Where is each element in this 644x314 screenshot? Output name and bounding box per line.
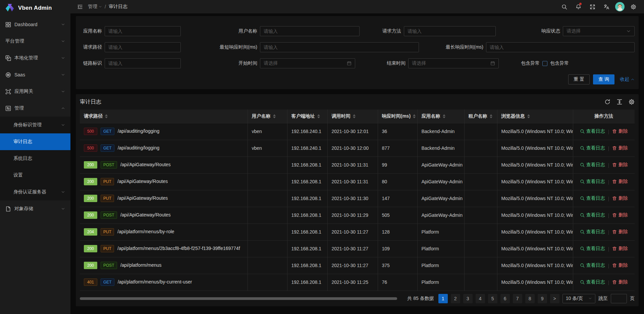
page-button-2[interactable]: 2 — [451, 294, 460, 303]
jump-page-input[interactable] — [611, 294, 627, 303]
sort-icon[interactable] — [353, 114, 356, 118]
next-page-button[interactable]: > — [550, 294, 559, 303]
page-button-5[interactable]: 5 — [488, 294, 497, 303]
cell-user-name — [248, 190, 287, 207]
column-header-用户名称[interactable]: 用户名称 — [248, 110, 287, 123]
avatar[interactable] — [614, 1, 625, 13]
delete-button[interactable]: 删除 — [612, 128, 628, 134]
min-response-time-input[interactable] — [260, 42, 419, 52]
cell-request-path: 200PUT/api/platform/menus/2b3accf8-4fb8-… — [80, 240, 248, 257]
max-response-time-input[interactable] — [486, 42, 635, 52]
sidebar-item-对象存储[interactable]: 对象存储 — [0, 200, 70, 217]
view-log-button[interactable]: 查看日志 — [580, 128, 605, 134]
pagination-pages: 123456789> — [438, 294, 559, 303]
method-badge: GET — [101, 128, 114, 135]
page-size-select[interactable]: 10 条/页 — [562, 294, 595, 303]
breadcrumb-parent[interactable]: 管理 — [88, 4, 102, 10]
horizontal-scrollbar[interactable] — [80, 297, 397, 300]
view-log-button[interactable]: 查看日志 — [580, 229, 605, 235]
sidebar-item-系统日志[interactable]: 系统日志 — [0, 150, 70, 167]
http-status-select[interactable]: 请选择 — [563, 26, 635, 36]
sidebar-item-审计日志[interactable]: 审计日志 — [0, 133, 70, 150]
sidebar-item-身份标识管理[interactable]: 身份标识管理 — [0, 117, 70, 133]
page-button-3[interactable]: 3 — [463, 294, 473, 303]
sidebar-item-本地化管理[interactable]: 本地化管理 — [0, 50, 70, 66]
start-time-picker[interactable]: 请选择 — [260, 58, 355, 68]
search-form: 应用名称 用户名称 请求方法 响应状态 请选择 请求路径 最短响应时间(ms) — [76, 16, 639, 89]
bell-icon[interactable] — [572, 1, 584, 13]
trace-id-input[interactable] — [105, 58, 181, 68]
view-log-button[interactable]: 查看日志 — [580, 162, 605, 168]
cell-response-time: 76 — [378, 274, 417, 291]
reset-button[interactable]: 重 置 — [568, 74, 590, 84]
sort-icon[interactable] — [527, 114, 530, 118]
column-header-租户名称[interactable]: 租户名称 — [464, 110, 497, 123]
delete-button[interactable]: 删除 — [612, 145, 628, 151]
fullscreen-icon[interactable] — [586, 1, 598, 13]
view-log-button[interactable]: 查看日志 — [580, 279, 605, 285]
cell-browser-info: Mozilla/5.0 (Windows NT 10.0; Win — [497, 274, 573, 291]
sidebar-item-label: 平台管理 — [5, 38, 61, 44]
sidebar-item-平台管理[interactable]: 平台管理 — [0, 33, 70, 50]
delete-button[interactable]: 删除 — [612, 279, 628, 285]
saas-icon — [5, 72, 11, 78]
column-header-请求路径[interactable]: 请求路径 — [80, 110, 248, 123]
collapse-link[interactable]: 收起 — [620, 76, 635, 82]
column-header-调用时间[interactable]: 调用时间 — [327, 110, 378, 123]
chevron-down-icon — [61, 123, 65, 127]
delete-button[interactable]: 删除 — [612, 179, 628, 185]
delete-button[interactable]: 删除 — [612, 262, 628, 268]
sidebar-item-Dashboard[interactable]: Dashboard — [0, 16, 70, 33]
translate-icon[interactable] — [600, 1, 612, 13]
query-button[interactable]: 查 询 — [593, 74, 614, 84]
end-time-picker[interactable]: 请选择 — [408, 58, 499, 68]
user-name-input[interactable] — [260, 26, 360, 36]
page-button-9[interactable]: 9 — [538, 294, 547, 303]
column-header-浏览器信息[interactable]: 浏览器信息 — [497, 110, 573, 123]
sidebar-item-身份认证服务器[interactable]: 身份认证服务器 — [0, 184, 70, 200]
redo-icon[interactable] — [604, 99, 610, 105]
cell-browser-info: Mozilla/5.0 (Windows NT 10.0; Win — [497, 257, 573, 274]
sidebar-item-Saas[interactable]: Saas — [0, 66, 70, 83]
delete-button[interactable]: 删除 — [612, 246, 628, 252]
delete-button[interactable]: 删除 — [612, 162, 628, 168]
http-method-input[interactable] — [404, 26, 496, 36]
app-name-input[interactable] — [105, 26, 181, 36]
request-path-input[interactable] — [105, 42, 181, 52]
sort-icon[interactable] — [443, 114, 445, 118]
page-button-1[interactable]: 1 — [438, 294, 448, 303]
sort-icon[interactable] — [413, 114, 416, 118]
view-log-button[interactable]: 查看日志 — [580, 246, 605, 252]
has-exception-checkbox[interactable] — [542, 61, 547, 66]
page-button-7[interactable]: 7 — [513, 294, 522, 303]
sidebar-item-应用网关[interactable]: 应用网关 — [0, 83, 70, 100]
sort-icon[interactable] — [273, 114, 276, 118]
delete-button[interactable]: 删除 — [612, 212, 628, 218]
delete-button[interactable]: 删除 — [612, 229, 628, 235]
view-log-button[interactable]: 查看日志 — [580, 195, 605, 201]
column-header-客户端地址[interactable]: 客户端地址 — [287, 110, 327, 123]
app-logo[interactable]: Vben Admin — [0, 0, 70, 16]
view-log-button[interactable]: 查看日志 — [580, 145, 605, 151]
page-button-4[interactable]: 4 — [476, 294, 485, 303]
gear-icon[interactable] — [629, 99, 635, 105]
view-log-button[interactable]: 查看日志 — [580, 212, 605, 218]
sort-icon[interactable] — [490, 114, 492, 118]
sort-icon[interactable] — [317, 114, 320, 118]
cell-tenant-name — [464, 224, 497, 240]
column-header-应用名称[interactable]: 应用名称 — [417, 110, 464, 123]
sort-icon[interactable] — [105, 114, 108, 118]
view-log-button[interactable]: 查看日志 — [580, 262, 605, 268]
sidebar-item-管理[interactable]: 管理 — [0, 100, 70, 117]
page-button-6[interactable]: 6 — [500, 294, 510, 303]
menu-fold-icon[interactable] — [75, 2, 85, 11]
sidebar-item-设置[interactable]: 设置 — [0, 167, 70, 184]
column-header-响应时间(ms)[interactable]: 响应时间(ms) — [378, 110, 417, 123]
view-log-button[interactable]: 查看日志 — [580, 179, 605, 185]
delete-button[interactable]: 删除 — [612, 195, 628, 201]
page-button-8[interactable]: 8 — [525, 294, 535, 303]
column-height-icon[interactable] — [616, 99, 623, 105]
gear-icon[interactable] — [627, 1, 639, 13]
search-icon[interactable] — [558, 1, 570, 13]
delete-label: 删除 — [619, 162, 628, 168]
